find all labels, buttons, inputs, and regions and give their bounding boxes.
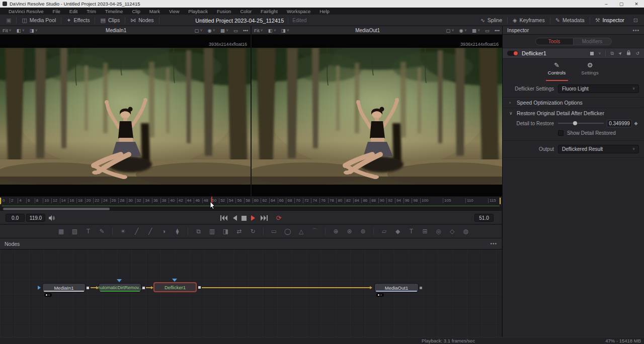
timeline-scrollbar[interactable]	[3, 208, 110, 210]
polygon-mask-tool-icon[interactable]: △	[294, 228, 308, 235]
camera-tracker-tool-icon[interactable]: ⊚	[356, 228, 370, 235]
renderer-3d-tool-icon[interactable]: ◍	[459, 228, 472, 235]
bspline-mask-tool-icon[interactable]: ⌒	[308, 227, 321, 236]
guides-dropdown[interactable]: ▦∨	[218, 28, 231, 33]
menu-mark[interactable]: Mark	[145, 9, 165, 14]
speed-optimization-section[interactable]: › Speed Optimization Options	[503, 98, 644, 108]
page-switcher-icon[interactable]: ▣	[0, 17, 16, 24]
ab-buffer-dropdown[interactable]: ◧∨	[266, 28, 279, 33]
slider-handle[interactable]	[573, 121, 577, 125]
play-reverse-button[interactable]	[232, 215, 237, 221]
timeline-ruler[interactable]: 0246810121416182022242628303234363840424…	[0, 196, 502, 206]
menu-help[interactable]: Help	[315, 9, 334, 14]
render-range-end-marker[interactable]	[500, 198, 501, 204]
current-frame-field[interactable]: 51.0	[474, 214, 494, 222]
nodes-button[interactable]: ⋈Nodes	[125, 15, 158, 26]
menu-fairlight[interactable]: Fairlight	[256, 9, 282, 14]
menu-fusion[interactable]: Fusion	[212, 9, 236, 14]
node-mediain1[interactable]: MediaIn1	[42, 283, 86, 292]
text-3d-tool-icon[interactable]: T	[405, 228, 418, 235]
inspector-button[interactable]: ⚒Inspector	[590, 15, 629, 26]
resize-tool-icon[interactable]: ⇄	[232, 228, 246, 235]
color-curves-tool-icon[interactable]: ╱	[130, 228, 143, 235]
ab-buffer-dropdown[interactable]: ◧∨	[14, 28, 27, 33]
media-pool-button[interactable]: ◫Media Pool	[17, 15, 61, 26]
detail-to-restore-slider[interactable]	[558, 120, 604, 126]
expand-viewer-icon[interactable]: ▭	[231, 28, 240, 33]
menu-view[interactable]: View	[165, 9, 184, 14]
metadata-button[interactable]: ✎Metadata	[550, 15, 590, 26]
close-button[interactable]: ✕	[629, 0, 644, 8]
proxy-dropdown[interactable]: ◨∨	[279, 28, 292, 33]
mediain-input-arrow[interactable]	[38, 286, 41, 290]
camera-3d-tool-icon[interactable]: ◎	[432, 228, 445, 235]
keyframe-icon[interactable]: ◆	[632, 121, 640, 126]
maximize-button[interactable]: ▢	[614, 0, 629, 8]
node-graph[interactable]: MediaIn1 AutomaticDirtRemov... Deflicker…	[0, 250, 502, 337]
shape-3d-tool-icon[interactable]: ◆	[391, 228, 405, 235]
node-enable-toggle[interactable]	[507, 51, 518, 56]
tracker-tool-icon[interactable]: ⊕	[329, 228, 343, 235]
copy-icon[interactable]: ⧉	[610, 51, 613, 56]
go-to-start-button[interactable]	[220, 215, 228, 221]
go-to-end-button[interactable]	[260, 215, 268, 221]
lock-icon[interactable]	[626, 50, 631, 56]
version-icon[interactable]	[590, 52, 594, 55]
color-controls-dropdown[interactable]: ◉∨	[457, 28, 469, 33]
color-corrector-tool-icon[interactable]: ☀	[116, 228, 130, 235]
nodes-options-icon[interactable]: •••	[490, 241, 497, 246]
zoom-mode-dropdown[interactable]: Fit∨	[252, 28, 266, 33]
node-deflicker1[interactable]: Deflicker1	[153, 282, 197, 292]
paint-tool-icon[interactable]: ✎	[95, 228, 109, 235]
detail-to-restore-value[interactable]: 0.349999	[607, 120, 632, 127]
subtab-settings[interactable]: ⚙ Settings	[577, 61, 603, 79]
mediain-thumb-toggle[interactable]	[44, 293, 52, 297]
loop-button[interactable]: ⟳	[276, 214, 282, 222]
menu-timeline[interactable]: Timeline	[101, 9, 128, 14]
spherical-camera-tool-icon[interactable]: ◇	[445, 228, 459, 235]
guides-dropdown[interactable]: ▦∨	[469, 28, 482, 33]
roi-dropdown[interactable]: ▢∨	[192, 28, 205, 33]
left-viewer-canvas[interactable]: 3936x2144xfloat16	[0, 35, 251, 196]
play-button[interactable]	[251, 215, 256, 221]
chevron-down-icon[interactable]: ∨	[598, 51, 601, 55]
tab-tools[interactable]: Tools	[535, 38, 574, 45]
menu-davinci-resolve[interactable]: DaVinci Resolve	[4, 9, 48, 14]
right-viewer-canvas[interactable]: 3936x2144xfloat16	[252, 35, 502, 196]
merge-tool-icon[interactable]: ⧉	[192, 228, 205, 235]
cleanfeed-monitor-icon[interactable]: ⊡	[629, 17, 644, 24]
node-mediaout1[interactable]: MediaOut1	[374, 283, 419, 292]
planar-tracker-tool-icon[interactable]: ⊛	[343, 228, 356, 235]
inspector-options-icon[interactable]: •••	[632, 28, 639, 33]
channel-booleans-tool-icon[interactable]: ▥	[205, 228, 219, 235]
viewer-options-icon[interactable]: •••	[240, 28, 251, 33]
expand-viewer-icon[interactable]: ▭	[482, 28, 492, 33]
fast-noise-tool-icon[interactable]: ▨	[68, 228, 82, 235]
text-plus-tool-icon[interactable]: T	[82, 228, 95, 235]
pin-icon[interactable]: ➤	[617, 50, 623, 56]
background-tool-icon[interactable]: ▦	[54, 228, 68, 235]
minimize-button[interactable]: –	[599, 0, 614, 8]
menu-edit[interactable]: Edit	[65, 9, 82, 14]
adr-mask-input[interactable]	[117, 279, 122, 282]
restore-detail-section[interactable]: ∨ Restore Original Detail After Deflicke…	[503, 108, 644, 118]
merge-3d-tool-icon[interactable]: ⊞	[418, 228, 432, 235]
rectangle-mask-tool-icon[interactable]: ▭	[267, 228, 281, 235]
menu-clip[interactable]: Clip	[127, 9, 144, 14]
image-plane-3d-tool-icon[interactable]: ▱	[377, 228, 391, 235]
subtab-controls[interactable]: ✎ Controls	[544, 61, 570, 79]
viewer-options-icon[interactable]: •••	[492, 28, 502, 33]
spline-button[interactable]: ∿Spline	[475, 15, 507, 26]
menu-color[interactable]: Color	[235, 9, 256, 14]
deflicker-mask-input[interactable]	[172, 279, 177, 282]
hue-curves-tool-icon[interactable]: ╱	[143, 228, 157, 235]
mediain-output-square[interactable]	[87, 287, 89, 289]
keyframes-button[interactable]: ◈Keyframes	[508, 15, 550, 26]
blur-tool-icon[interactable]: ⧫	[171, 228, 184, 235]
transform-tool-icon[interactable]: ↻	[246, 228, 260, 235]
ellipse-mask-tool-icon[interactable]: ◯	[281, 228, 294, 235]
deflicker-settings-dropdown[interactable]: Fluoro Light∨	[558, 84, 639, 93]
output-dropdown[interactable]: Deflickered Result∨	[558, 145, 639, 153]
proxy-dropdown[interactable]: ◨∨	[27, 28, 40, 33]
matte-control-tool-icon[interactable]: ◨	[219, 228, 232, 235]
